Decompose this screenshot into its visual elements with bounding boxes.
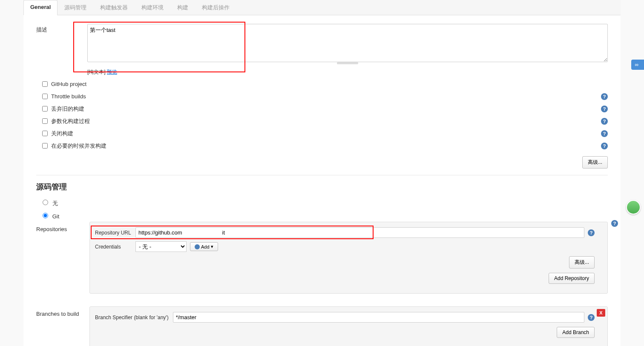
repository-block: ? Repository URL ? Credentials - 无 - xyxy=(89,222,608,294)
plaintext-label: [纯文本] xyxy=(87,69,106,75)
help-icon[interactable]: ? xyxy=(601,106,608,112)
help-icon[interactable]: ? xyxy=(588,314,595,321)
discard-label: 丢弃旧的构建 xyxy=(51,105,84,113)
tab-env[interactable]: 构建环境 xyxy=(135,0,170,15)
scm-git-option[interactable]: Git xyxy=(40,213,59,220)
param-checkbox[interactable] xyxy=(42,118,48,124)
help-icon[interactable]: ? xyxy=(611,220,618,227)
branch-specifier-input[interactable] xyxy=(173,312,584,323)
scm-section-title: 源码管理 xyxy=(36,182,608,192)
repo-advanced-button[interactable]: 高级... xyxy=(569,256,595,269)
resize-handle[interactable] xyxy=(337,62,358,64)
config-tabs: General 源码管理 构建触发器 构建环境 构建 构建后操作 xyxy=(23,0,621,15)
help-icon[interactable]: ? xyxy=(601,93,608,100)
add-label: Add xyxy=(201,244,210,249)
help-icon[interactable]: ? xyxy=(601,130,608,137)
tab-post[interactable]: 构建后操作 xyxy=(195,0,236,15)
help-icon[interactable]: ? xyxy=(588,229,595,236)
param-label: 参数化构建过程 xyxy=(51,117,90,125)
link-icon: ∞ xyxy=(635,62,638,68)
divider xyxy=(36,175,608,175)
add-branch-button[interactable]: Add Branch xyxy=(557,327,595,338)
description-textarea[interactable] xyxy=(87,24,608,62)
branch-specifier-label: Branch Specifier (blank for 'any') xyxy=(95,315,169,320)
scm-git-label: Git xyxy=(52,213,60,220)
delete-branch-button[interactable]: X xyxy=(597,309,605,317)
discard-checkbox[interactable] xyxy=(42,106,48,112)
concurrent-checkbox[interactable] xyxy=(42,143,48,149)
scm-none-radio[interactable] xyxy=(43,200,48,205)
disable-checkbox[interactable] xyxy=(42,131,48,136)
key-icon xyxy=(195,244,200,249)
credentials-select[interactable]: - 无 - xyxy=(135,241,187,252)
repo-url-label: Repository URL xyxy=(95,230,135,236)
add-credentials-button[interactable]: Add▾ xyxy=(190,242,218,251)
repo-url-input[interactable] xyxy=(135,227,584,238)
help-icon[interactable]: ? xyxy=(601,118,608,125)
scm-none-label: 无 xyxy=(52,200,58,206)
advanced-button[interactable]: 高级... xyxy=(582,156,608,169)
github-project-checkbox[interactable] xyxy=(42,81,48,87)
repositories-label: Repositories xyxy=(36,222,89,232)
github-project-label: GitHub project xyxy=(51,81,86,87)
disable-label: 关闭构建 xyxy=(51,130,73,137)
add-repository-button[interactable]: Add Repository xyxy=(549,273,595,284)
help-icon[interactable]: ? xyxy=(601,143,608,149)
floating-circle-button[interactable] xyxy=(626,200,641,214)
tab-trigger[interactable]: 构建触发器 xyxy=(93,0,135,15)
tab-scm[interactable]: 源码管理 xyxy=(58,0,93,15)
description-label: 描述 xyxy=(36,24,87,34)
floating-widget[interactable]: ∞ xyxy=(631,60,644,70)
branch-block: X Branch Specifier (blank for 'any') ? A… xyxy=(89,306,608,346)
preview-link[interactable]: 预览 xyxy=(107,69,117,75)
tab-build[interactable]: 构建 xyxy=(170,0,195,15)
scm-none-option[interactable]: 无 xyxy=(40,200,58,206)
credentials-label: Credentials xyxy=(95,244,135,250)
tab-general[interactable]: General xyxy=(23,0,58,15)
throttle-label: Throttle builds xyxy=(51,93,86,100)
branches-label: Branches to build xyxy=(36,306,89,317)
scm-git-radio[interactable] xyxy=(43,213,48,218)
throttle-checkbox[interactable] xyxy=(42,94,48,99)
concurrent-label: 在必要的时候并发构建 xyxy=(51,142,106,150)
